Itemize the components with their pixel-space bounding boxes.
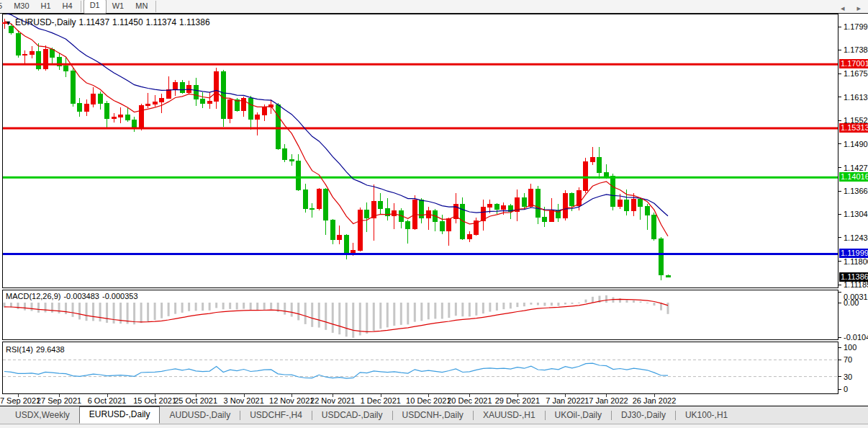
price-tick-mark (838, 50, 841, 50)
tab-scroll-left-icon[interactable]: ◂ (841, 4, 845, 12)
macd-histogram-bar (530, 303, 532, 305)
rsi-tick-mark (838, 360, 841, 360)
rsi-tick-label: 30 (844, 373, 852, 381)
price-tick-mark (838, 73, 841, 74)
rsi-axis[interactable]: 10070300 (838, 342, 868, 394)
macd-tick-mark (838, 303, 841, 303)
macd-histogram-bar (304, 303, 307, 324)
macd-histogram-bar (332, 303, 334, 333)
candle (71, 68, 75, 107)
macd-histogram-bar (571, 303, 573, 304)
macd-axis[interactable]: 0.0031650.00-0.01043 (838, 290, 868, 340)
price-tick-label: 1.14275 (844, 164, 868, 172)
macd-histogram-bar (448, 303, 450, 318)
rsi-name: RSI(14) (6, 345, 33, 354)
macd-histogram-bar (469, 303, 471, 316)
chart-tab-eurusd-daily[interactable]: EURUSD-,Daily (79, 406, 161, 424)
rsi-tick-mark (838, 389, 841, 390)
date-tick-label: 25 Oct 2021 (174, 396, 217, 405)
macd-histogram-bar (188, 303, 190, 311)
macd-histogram-bar (557, 303, 559, 306)
candle (659, 237, 663, 280)
toolbar-separator (155, 1, 156, 12)
macd-histogram-bar (434, 303, 436, 318)
price-level-badge[interactable]: 1.14016 (839, 172, 868, 182)
timeframe-button-m30[interactable]: M30 (8, 0, 35, 13)
price-chart-canvas[interactable] (0, 14, 868, 288)
symbol-dropdown-icon[interactable]: ▼ (5, 19, 12, 27)
macd-histogram-bar (24, 303, 26, 311)
price-tick-label: 1.13045 (844, 210, 868, 218)
price-tick-mark (838, 285, 841, 285)
price-tick-label: 1.13660 (844, 187, 868, 195)
price-tick-label: 1.11185 (844, 280, 868, 289)
macd-histogram-bar (256, 303, 258, 310)
price-tick-label: 1.17380 (844, 45, 868, 54)
chart-symbol-title: ▼EURUSD-,Daily1.114371.114501.113741.113… (5, 17, 213, 27)
time-axis[interactable]: 17 Sep 202127 Sep 20216 Oct 202115 Oct 2… (0, 394, 868, 406)
price-tick-label: 1.17995 (844, 22, 868, 31)
macd-histogram-bar (345, 303, 348, 336)
price-tick-label: 1.11800 (844, 257, 868, 266)
macd-histogram-bar (58, 303, 60, 313)
macd-histogram-bar (639, 301, 641, 303)
chart-tab-uk100-h1[interactable]: UK100-,H1 (676, 407, 737, 423)
chart-tab-usdchf-h4[interactable]: USDCHF-,H4 (240, 407, 312, 423)
price-tick-mark (838, 237, 841, 238)
macd-histogram-bar (311, 303, 313, 327)
macd-histogram-bar (564, 303, 566, 304)
chart-tab-usdcad-daily[interactable]: USDCAD-,Daily (312, 407, 392, 423)
macd-histogram-bar (270, 303, 272, 309)
macd-histogram-bar (461, 303, 464, 316)
macd-histogram-bar (359, 303, 361, 335)
macd-histogram-bar (51, 303, 53, 313)
candle (16, 30, 20, 58)
price-tick-mark (838, 214, 841, 215)
macd-histogram-bar (667, 303, 669, 314)
timeframe-button-d1[interactable]: D1 (83, 0, 107, 14)
macd-histogram-bar (625, 300, 628, 303)
chart-tab-usdx-weekly[interactable]: USDX,Weekly (6, 407, 79, 423)
candle (412, 195, 417, 230)
timeframe-button-5[interactable]: 5 (0, 0, 8, 13)
price-level-badge[interactable]: 1.11999 (839, 249, 868, 258)
toolbar-separator (81, 1, 81, 12)
macd-histogram-bar (209, 303, 211, 311)
candle (276, 103, 280, 150)
macd-histogram-bar (31, 303, 33, 311)
date-tick-label: 3 Nov 2021 (224, 396, 264, 405)
timeframe-button-h1[interactable]: H1 (35, 0, 57, 13)
macd-histogram-bar (284, 303, 286, 315)
price-tick-label: 1.16750 (844, 69, 868, 78)
macd-histogram-bar (222, 303, 225, 309)
chart-tab-dj30-daily[interactable]: DJ30-,Daily (612, 407, 675, 423)
macd-histogram-bar (215, 303, 217, 308)
date-tick-label: 20 Dec 2021 (447, 396, 492, 405)
chart-tab-audusd-daily[interactable]: AUDUSD-,Daily (160, 407, 240, 423)
chart-tab-ukoil-daily[interactable]: UKOil-,Daily (546, 407, 611, 423)
timeframe-button-h4[interactable]: H4 (57, 0, 78, 13)
macd-histogram-bar (99, 303, 101, 321)
symbol-label: EURUSD-,Daily (15, 17, 76, 27)
rsi-panel-canvas[interactable] (0, 342, 868, 394)
macd-histogram-bar (338, 303, 340, 334)
timeframe-toolbar: 5M30H1H4D1W1MN (0, 0, 868, 14)
chart-tab-xauusd-h1[interactable]: XAUUSD-,H1 (474, 407, 545, 423)
rsi-tick-mark (838, 347, 841, 348)
macd-histogram-bar (475, 303, 477, 316)
macd-histogram-bar (578, 303, 580, 303)
macd-histogram-bar (113, 303, 115, 324)
macd-histogram-bar (379, 303, 381, 329)
price-tick-mark (838, 97, 841, 97)
timeframe-button-mn[interactable]: MN (130, 0, 153, 13)
date-tick-label: 6 Oct 2021 (88, 396, 127, 405)
macd-histogram-bar (45, 303, 47, 312)
candle (666, 275, 670, 277)
price-axis[interactable]: 1.179951.173801.167501.161351.155201.149… (838, 14, 868, 288)
chart-tab-usdcnh-daily[interactable]: USDCNH-,Daily (393, 407, 473, 423)
price-level-badge[interactable]: 1.17001 (839, 59, 868, 68)
timeframe-button-w1[interactable]: W1 (107, 0, 130, 13)
price-level-badge[interactable]: 1.15313 (839, 123, 868, 133)
tab-scroll-right-icon[interactable]: ▸ (856, 4, 861, 12)
macd-histogram-bar (584, 300, 587, 303)
